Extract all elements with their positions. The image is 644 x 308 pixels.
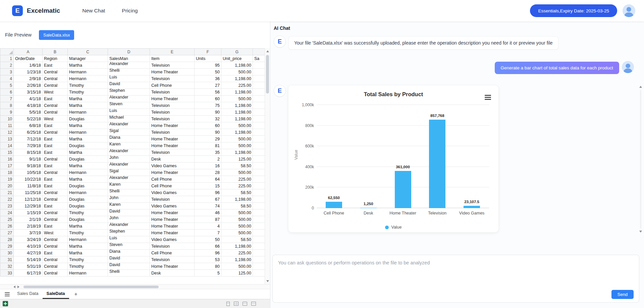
row-number[interactable]: 11	[0, 122, 14, 129]
cell[interactable]: 1,198.00	[221, 109, 253, 116]
spreadsheet-app-icon[interactable]	[3, 301, 8, 306]
cell[interactable]: Central	[43, 189, 68, 196]
cell[interactable]: 50	[195, 236, 221, 243]
vertical-scroll-thumb[interactable]	[266, 55, 269, 94]
cell[interactable]: East	[43, 96, 68, 102]
cell[interactable]: Video Games	[150, 203, 195, 209]
cell[interactable]: Home Theater	[150, 96, 195, 102]
cell[interactable]: 2/1/19	[14, 216, 43, 223]
row-number[interactable]: 26	[0, 223, 14, 230]
cell[interactable]: Douglas	[68, 116, 108, 122]
cell[interactable]: 4/18/18	[14, 102, 43, 109]
cell[interactable]: Alexander	[108, 223, 150, 230]
cell[interactable]: Alexander	[108, 176, 150, 183]
horizontal-scroll-track[interactable]	[21, 285, 267, 289]
cell[interactable]	[253, 163, 265, 169]
cell[interactable]: Central	[43, 236, 68, 243]
cell[interactable]: Douglas	[68, 183, 108, 189]
cell[interactable]: 50	[195, 69, 221, 75]
cell[interactable]: 29	[195, 136, 221, 142]
cell[interactable]: 125.00	[221, 270, 253, 276]
cell[interactable]: Martha	[68, 149, 108, 156]
cell[interactable]: 75	[195, 102, 221, 109]
row-number[interactable]: 5	[0, 82, 14, 89]
cell[interactable]	[253, 216, 265, 223]
cell[interactable]	[253, 82, 265, 89]
cell[interactable]: 3/7/19	[14, 230, 43, 236]
chart-menu-icon[interactable]	[485, 95, 491, 100]
vertical-scrollbar[interactable]	[265, 48, 270, 284]
cell[interactable]: 5/5/18	[14, 109, 43, 116]
cell[interactable]: 500.00	[221, 223, 253, 230]
cell[interactable]: Timothy	[68, 263, 108, 270]
cell[interactable]	[253, 136, 265, 142]
cell[interactable]: Timothy	[68, 209, 108, 216]
row-number[interactable]: 16	[0, 156, 14, 163]
cell[interactable]: 96	[195, 250, 221, 256]
column-header-G[interactable]: G	[221, 49, 253, 55]
cell[interactable]: Television	[150, 75, 195, 82]
cell[interactable]: Martha	[68, 223, 108, 230]
cell[interactable]: Hermann	[68, 75, 108, 82]
cell[interactable]	[253, 243, 265, 250]
cell[interactable]: 500.00	[221, 96, 253, 102]
cell[interactable]: 4/10/19	[14, 243, 43, 250]
cell[interactable]: Karen	[108, 203, 150, 209]
cell[interactable]: 1,198.00	[221, 102, 253, 109]
cell[interactable]: 58.50	[221, 163, 253, 169]
cell[interactable]: Luis	[108, 75, 150, 82]
cell[interactable]: Central	[43, 82, 68, 89]
cell[interactable]: 60	[195, 122, 221, 129]
grid-view-icon[interactable]	[234, 302, 238, 306]
cell[interactable]: Home Theater	[150, 136, 195, 142]
sheet-tab-sales-data[interactable]: Sales Data	[13, 289, 43, 299]
cell[interactable]: 1,198.00	[221, 256, 253, 263]
row-number[interactable]: 10	[0, 116, 14, 122]
row-number[interactable]: 25	[0, 216, 14, 223]
scroll-up-icon[interactable]	[266, 50, 269, 52]
cell[interactable]: 225.00	[221, 250, 253, 256]
column-header-A[interactable]: A	[14, 49, 43, 55]
cell[interactable]: Alexander	[108, 163, 150, 169]
column-header-D[interactable]: D	[108, 49, 150, 55]
cell[interactable]: Douglas	[68, 203, 108, 209]
nav-link-pricing[interactable]: Pricing	[122, 8, 138, 14]
cell[interactable]: John	[108, 156, 150, 163]
cell[interactable]: East	[43, 142, 68, 149]
row-number[interactable]: 28	[0, 236, 14, 243]
cell[interactable]	[253, 203, 265, 209]
layout-view-icon[interactable]	[251, 302, 256, 306]
cell[interactable]: Cell Phone	[150, 82, 195, 89]
row-number[interactable]: 29	[0, 243, 14, 250]
cell[interactable]: 12/29/18	[14, 203, 43, 209]
cell[interactable]: 125.00	[221, 156, 253, 163]
horizontal-scroll-thumb[interactable]	[23, 286, 159, 288]
cell[interactable]: Sigal	[108, 129, 150, 136]
cell[interactable]: Timothy	[68, 256, 108, 263]
cell[interactable]: David	[108, 256, 150, 263]
cell[interactable]: Sigal	[108, 169, 150, 176]
cell[interactable]: 74	[195, 203, 221, 209]
row-number[interactable]: 13	[0, 136, 14, 142]
cell[interactable]: 7/12/18	[14, 136, 43, 142]
bar-cell-phone[interactable]	[326, 202, 342, 208]
cell[interactable]: Martha	[68, 163, 108, 169]
cell[interactable]: East	[43, 163, 68, 169]
cell[interactable]	[253, 189, 265, 196]
cell[interactable]: 58.50	[221, 189, 253, 196]
cell[interactable]: Luis	[108, 109, 150, 116]
cell[interactable]: Central	[43, 169, 68, 176]
cell[interactable]: Martha	[68, 243, 108, 250]
cell[interactable]: 27	[195, 82, 221, 89]
cell[interactable]	[253, 256, 265, 263]
cell[interactable]: East	[43, 176, 68, 183]
cell[interactable]: Stephen	[108, 89, 150, 96]
cell[interactable]: 16	[195, 163, 221, 169]
cell[interactable]: Central	[43, 216, 68, 223]
cell[interactable]: Television	[150, 62, 195, 69]
cell[interactable]: Martha	[68, 122, 108, 129]
cell[interactable]: Douglas	[68, 196, 108, 203]
cell[interactable]: Units	[195, 55, 221, 62]
cell[interactable]: 5	[195, 270, 221, 276]
cell[interactable]: Item	[150, 55, 195, 62]
